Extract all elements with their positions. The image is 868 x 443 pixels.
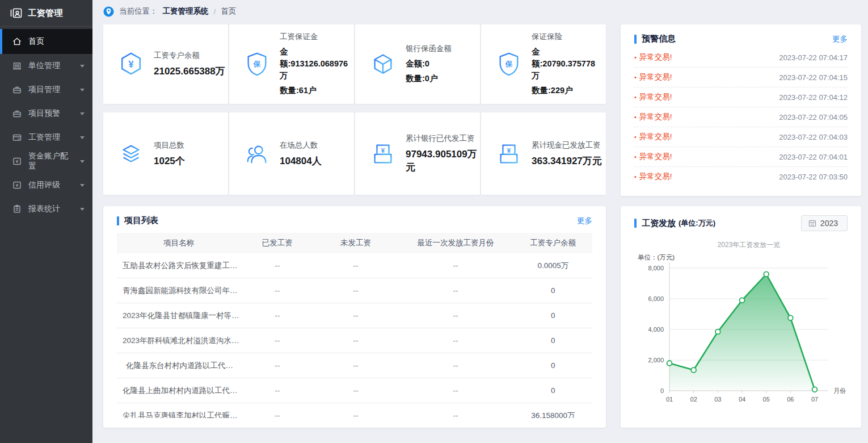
alert-timestamp: 2023-07-22 07:04:15 [779,73,848,82]
alert-text: 异常交易! [639,72,672,82]
project-list-more-link[interactable]: 更多 [577,216,592,226]
left-column: ¥ 工资专户余额 21025.665388万 保 工资保证金 [103,24,606,428]
title-accent-bar [117,216,119,225]
alert-text: 异常交易! [639,152,672,162]
svg-text:¥: ¥ [507,147,511,153]
paid-cell: -- [241,311,314,320]
home-icon [12,37,22,46]
year-selector[interactable]: 2023 [801,215,848,231]
yuan-box-icon: ¥ [12,181,22,190]
month-cell: -- [397,361,513,370]
list-item[interactable]: • 异常交易! 2023-07-22 07:03:50 [634,167,848,180]
paid-cell: -- [241,411,314,418]
list-item[interactable]: • 异常交易! 2023-07-22 07:04:03 [634,127,848,147]
list-item[interactable]: • 异常交易! 2023-07-22 07:04:17 [634,48,848,68]
list-item[interactable]: • 异常交易! 2023-07-22 07:04:01 [634,147,848,167]
alert-text: 异常交易! [639,172,672,180]
cube-icon [370,51,396,77]
stat-card-body: 工资保证金 金额:913126.068976万 数量:61户 [280,32,354,97]
column-header-last-pay-month: 最近一次发放工资月份 [397,238,513,248]
stat-card-title: 工资专户余额 [154,51,225,61]
unpaid-cell: -- [314,261,398,270]
balance-cell: 0 [514,286,592,295]
balance-cell: 0 [514,361,592,370]
stat-card-body: 累计银行已代发工资 97943.905109万元 [406,133,480,174]
table-row[interactable]: 2023年化隆县甘都镇隆康一村等6村... -- -- -- 0 [117,303,592,328]
breadcrumb-root-link[interactable]: 工资管理系统 [163,6,209,16]
list-item[interactable]: • 异常交易! 2023-07-22 07:04:05 [634,107,848,127]
alert-dot-icon: • [634,153,637,160]
table-row[interactable]: 青海鑫园新能源科技有限公司年产3... -- -- -- 0 [117,278,592,303]
svg-text:6,000: 6,000 [648,295,664,302]
project-list-title: 项目列表 [124,215,158,226]
project-name-cell: 化隆县东台村村内道路以工代赈项目 [117,361,241,371]
stat-card-value: 104804人 [280,154,322,168]
banknote-yuan-icon: ¥ [496,141,522,167]
balance-cell: 0 [514,311,592,320]
card-icon [12,133,22,142]
svg-text:05: 05 [763,396,770,403]
layers-icon [118,141,144,167]
chevron-down-icon [80,89,85,91]
svg-text:01: 01 [666,396,673,403]
stat-card-count: 数量:0户 [406,73,452,85]
sidebar-item-project-mgmt[interactable]: 项目管理 [0,78,92,102]
sidebar-item-credit-rating[interactable]: ¥ 信用评级 [0,173,92,197]
people-icon [244,141,270,167]
alert-more-link[interactable]: 更多 [832,34,848,44]
project-table: 项目名称 已发工资 未发工资 最近一次发放工资月份 工资专户余额 互助县农村公路… [117,233,592,418]
svg-text:2,000: 2,000 [648,357,664,363]
breadcrumb-prefix: 当前位置： [119,6,158,16]
list-item[interactable]: • 异常交易! 2023-07-22 07:04:12 [634,87,848,107]
table-row[interactable]: 化隆县东台村村内道路以工代赈项目 -- -- -- 0 [117,353,592,378]
stat-card-bank-guarantee: 银行保函金额 金额:0 数量:0户 [355,24,480,104]
sidebar-item-label: 信用评级 [28,180,60,190]
svg-text:06: 06 [787,396,794,403]
stat-card-title: 累计银行已代发工资 [406,133,480,144]
chevron-down-icon [80,65,85,68]
list-item[interactable]: • 异常交易! 2023-07-22 07:04:15 [634,68,848,87]
sidebar-item-report-stats[interactable]: 报表统计 [0,197,92,221]
alert-panel-header: 预警信息 更多 [634,34,848,44]
svg-text:0: 0 [660,387,664,394]
svg-text:月份: 月份 [833,387,846,394]
month-cell: -- [397,336,513,345]
sidebar-item-fund-account[interactable]: ¥ 资金账户配置 [0,149,92,173]
unpaid-cell: -- [314,386,398,395]
salary-chart-svg: 2023年工资发放一览单位：(万元)02,0004,0006,0008,0000… [630,237,852,413]
table-row[interactable]: 化隆县上曲加村村内道路以工代赈项目 -- -- -- 0 [117,378,592,403]
svg-text:02: 02 [690,396,697,403]
sidebar: 工资管理 首页 单位管理 项目管理 [0,0,92,443]
month-cell: -- [397,386,513,395]
stat-card-body: 累计现金已发放工资 363.341927万元 [532,140,602,168]
project-name-cell: 互助县农村公路灾后恢复重建工程-2... [117,261,241,271]
sidebar-item-unit-mgmt[interactable]: 单位管理 [0,54,92,78]
column-header-paid-salary: 已发工资 [241,238,314,248]
app-root: 工资管理 首页 单位管理 项目管理 [0,0,868,443]
stat-card-title: 项目总数 [154,140,185,151]
calendar-icon [808,219,816,227]
table-row[interactable]: 尖扎县马克唐镇李加村以工代赈项... -- -- -- 36.158000万 [117,403,592,418]
stat-card-salary-account-balance: ¥ 工资专户余额 21025.665388万 [103,24,228,104]
sidebar-item-salary-mgmt[interactable]: 工资管理 [0,126,92,149]
salary-chart-panel: 工资发放 (单位:万元) 2023 2023年工资发放一览单位：(万元)02,0… [621,206,861,428]
paid-cell: -- [241,286,314,295]
paid-cell: -- [241,261,314,270]
project-name-cell: 尖扎县马克唐镇李加村以工代赈项... [117,411,241,419]
sidebar-item-label: 报表统计 [28,204,60,214]
stat-card-body: 保证保险 金额:20790.375778万 数量:229户 [532,32,606,97]
unpaid-cell: -- [314,311,398,320]
svg-text:4,000: 4,000 [648,326,664,333]
stat-card-amount: 金额:20790.375778万 [532,46,606,82]
project-list-panel: 项目列表 更多 项目名称 已发工资 未发工资 最近一次发放工资月份 工资专户余额… [103,206,606,428]
sidebar-item-project-alert[interactable]: 项目预警 [0,102,92,126]
sidebar-item-label: 项目预警 [28,108,60,119]
salary-chart-title: 工资发放 [642,218,676,229]
sidebar-item-label: 首页 [28,36,44,47]
sidebar-item-home[interactable]: 首页 [0,29,92,54]
app-logo-icon [10,7,23,19]
table-row[interactable]: 2023年群科镇滩北村溢洪道沟水毁... -- -- -- 0 [117,328,592,353]
table-row[interactable]: 互助县农村公路灾后恢复重建工程-2... -- -- -- 0.0005万 [117,253,592,278]
chevron-down-icon [80,184,85,187]
stat-card-title: 保证保险 [532,32,606,42]
